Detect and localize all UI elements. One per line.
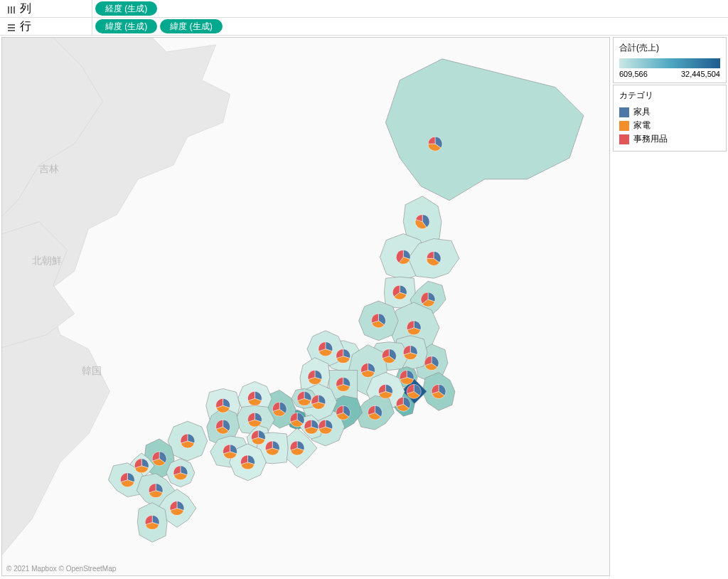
pie-yamaguchi[interactable] — [181, 434, 195, 448]
columns-icon — [7, 4, 16, 13]
shelf-area: 列 経度 (生成) 行 緯度 (生成)緯度 (生成) — [0, 0, 728, 36]
pie-yamagata[interactable] — [392, 285, 407, 299]
jilin-label: 吉林 — [39, 163, 59, 174]
columns-label: 列 — [20, 1, 31, 16]
pie-wakayama[interactable] — [290, 441, 304, 455]
pie-niigata[interactable] — [372, 314, 386, 328]
pie-fukushima[interactable] — [407, 321, 421, 335]
korea-label: 韓国 — [82, 365, 102, 376]
pie-okayama[interactable] — [247, 413, 262, 427]
color-legend-title: 合計(売上) — [619, 42, 720, 54]
pie-mie[interactable] — [318, 420, 333, 434]
legend-panel: 合計(売上) 609,566 32,445,504 カテゴリ 家具家電事務用品 — [613, 37, 727, 576]
category-label: 事務用品 — [633, 133, 668, 145]
svg-rect-3 — [8, 24, 15, 26]
pie-hokkaido[interactable] — [428, 137, 442, 151]
pie-osaka[interactable] — [290, 413, 304, 427]
category-item[interactable]: 事務用品 — [619, 133, 720, 145]
pie-nara[interactable] — [304, 420, 318, 434]
pie-ishikawa[interactable] — [318, 342, 333, 356]
pie-gifu[interactable] — [336, 377, 350, 391]
pie-oita[interactable] — [173, 466, 188, 480]
rows-label: 行 — [20, 19, 31, 34]
color-swatch — [619, 121, 629, 131]
pie-gunma[interactable] — [382, 349, 396, 363]
category-legend-title: カテゴリ — [619, 90, 720, 102]
north-korea-label: 北朝鮮 — [32, 255, 62, 266]
pie-nagasaki[interactable] — [120, 473, 134, 487]
color-legend[interactable]: 合計(売上) 609,566 32,445,504 — [613, 37, 727, 83]
map-viz[interactable]: 吉林 北朝鮮 韓国 日本 © 2021 Mapbox © OpenStreetM… — [1, 37, 610, 576]
pie-miyagi[interactable] — [421, 292, 435, 307]
color-gradient — [619, 58, 720, 68]
pie-fukui[interactable] — [308, 371, 322, 385]
pill[interactable]: 経度 (生成) — [95, 1, 157, 16]
rows-shelf[interactable]: 行 緯度 (生成)緯度 (生成) — [0, 18, 728, 36]
svg-rect-2 — [14, 6, 15, 14]
color-max: 32,445,504 — [681, 70, 720, 78]
pie-shimane[interactable] — [216, 398, 230, 413]
pie-ehime[interactable] — [223, 445, 237, 459]
svg-rect-5 — [8, 30, 15, 31]
svg-rect-1 — [11, 6, 12, 14]
pie-toyama[interactable] — [336, 349, 350, 363]
pie-kagoshima[interactable] — [145, 515, 159, 529]
pie-ibaraki[interactable] — [424, 356, 439, 371]
pie-yamanashi[interactable] — [378, 384, 392, 398]
pie-tochigi[interactable] — [403, 346, 417, 360]
pie-kanagawa[interactable] — [396, 397, 410, 411]
category-label: 家電 — [633, 119, 651, 132]
pie-tokushima[interactable] — [265, 441, 279, 455]
pie-kyoto[interactable] — [297, 391, 311, 405]
pie-akita[interactable] — [396, 250, 410, 264]
pie-saga[interactable] — [134, 459, 149, 473]
pie-aichi[interactable] — [336, 405, 350, 420]
pie-iwate[interactable] — [427, 251, 441, 265]
pie-saitama[interactable] — [400, 371, 414, 385]
columns-shelf[interactable]: 列 経度 (生成) — [0, 0, 728, 18]
pie-chiba[interactable] — [432, 384, 446, 398]
color-swatch — [619, 107, 629, 117]
category-item[interactable]: 家電 — [619, 119, 720, 132]
pie-hyogo[interactable] — [272, 402, 287, 416]
svg-rect-0 — [8, 6, 9, 14]
pie-miyazaki[interactable] — [170, 501, 184, 516]
rows-icon — [7, 22, 16, 31]
category-label: 家具 — [633, 106, 651, 118]
svg-rect-4 — [8, 27, 15, 28]
category-item[interactable]: 家具 — [619, 106, 720, 118]
color-swatch — [619, 134, 629, 144]
pill[interactable]: 緯度 (生成) — [160, 19, 222, 33]
map-attribution: © 2021 Mapbox © OpenStreetMap — [6, 565, 116, 573]
map-canvas[interactable]: 吉林 北朝鮮 韓国 日本 — [2, 38, 609, 575]
pie-tokyo[interactable] — [407, 384, 421, 398]
pie-fukuoka[interactable] — [152, 452, 166, 466]
pie-hiroshima[interactable] — [216, 420, 230, 434]
pie-kumamoto[interactable] — [149, 484, 163, 498]
pie-shizuoka[interactable] — [368, 405, 382, 420]
pie-kagawa[interactable] — [251, 430, 265, 445]
pie-kochi[interactable] — [240, 455, 255, 469]
pie-tottori[interactable] — [247, 391, 262, 405]
pill[interactable]: 緯度 (生成) — [95, 19, 157, 33]
pie-nagano[interactable] — [361, 363, 375, 378]
category-legend[interactable]: カテゴリ 家具家電事務用品 — [613, 85, 727, 152]
pie-shiga[interactable] — [311, 395, 326, 409]
color-min: 609,566 — [619, 70, 648, 78]
pie-aomori[interactable] — [415, 215, 429, 229]
